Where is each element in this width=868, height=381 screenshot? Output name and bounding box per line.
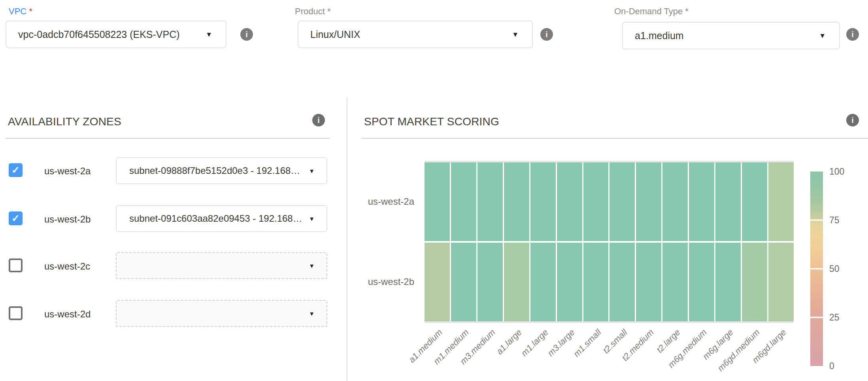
az-checkbox-us-west-2a[interactable]: ✓ [9,163,23,177]
legend-gap [810,317,823,318]
heatmap-cell [425,162,450,241]
legend-gap [810,268,823,270]
chevron-down-icon: ▼ [309,311,315,317]
subnet-select-us-west-2b[interactable]: subnet-091c603aa82e09453 - 192.168… ▼ [116,205,327,232]
az-zone-label: us-west-2b [44,214,91,225]
vpc-label-text: VPC [9,6,26,16]
availability-zones-info-icon[interactable]: i [312,114,325,126]
az-zone-label: us-west-2a [44,166,91,177]
spot-market-scoring-info-icon[interactable]: i [846,114,859,126]
vpc-label: VPC * [9,6,32,17]
vpc-select[interactable]: vpc-0adcb70f645508223 (EKS-VPC) ▼ [6,21,226,48]
heatmap-cell [425,243,450,321]
heatmap-cell [583,162,609,241]
heatmap-cell [768,243,794,321]
heatmap-cell [557,162,582,241]
heatmap-cell [768,162,794,241]
legend-tick-label: 100 [829,166,844,177]
panel-divider [347,97,347,381]
heatmap-cell [451,243,476,321]
heatmap-y-label: us-west-2a [335,196,414,207]
heatmap-cell [715,243,741,321]
heatmap-cell [715,162,741,241]
heatmap-cell [689,243,714,321]
chevron-down-icon: ▼ [309,216,315,222]
az-zone-label: us-west-2c [44,261,90,272]
product-info-icon[interactable]: i [540,28,553,41]
subnet-select-us-west-2c: ▼ [116,252,327,279]
product-label: Product * [295,6,331,17]
legend-tick-label: 75 [829,215,840,225]
az-checkbox-us-west-2c[interactable] [9,258,23,272]
heatmap-cell [742,243,767,321]
legend-gap [810,219,823,221]
subnet-select-value: subnet-091c603aa82e09453 - 192.168… [129,213,302,224]
on-demand-type-select[interactable]: a1.medium ▼ [622,22,840,49]
availability-zones-divider [6,138,330,139]
heatmap-cell [689,162,714,241]
vpc-required-asterisk: * [29,6,32,16]
heatmap-cell [477,243,503,321]
vpc-select-value: vpc-0adcb70f645508223 (EKS-VPC) [18,29,180,40]
heatmap-cell [742,162,767,241]
subnet-select-us-west-2a[interactable]: subnet-09888f7be5152d0e3 - 192.168… ▼ [116,157,327,184]
heatmap-cell [530,243,556,321]
heatmap-cell [451,162,476,241]
subnet-select-value: subnet-09888f7be5152d0e3 - 192.168… [129,165,300,176]
heatmap-cell [636,162,661,241]
heatmap-cell [609,243,635,321]
az-zone-label: us-west-2d [44,309,91,320]
heatmap-cell [583,243,609,321]
heatmap-y-label: us-west-2b [335,276,414,287]
legend-tick-label: 50 [829,264,840,274]
legend-tick-label: 0 [829,361,834,371]
chevron-down-icon: ▼ [819,32,826,39]
subnet-select-us-west-2d: ▼ [116,300,327,327]
on-demand-type-info-icon[interactable]: i [846,28,859,41]
on-demand-type-select-value: a1.medium [635,30,684,41]
spot-market-scoring-divider [361,138,868,139]
legend-tick-label: 25 [829,312,840,323]
heatmap-cell [662,243,688,321]
heatmap-cell [504,243,529,321]
vpc-info-icon[interactable]: i [240,28,253,41]
availability-zones-title: AVAILABILITY ZONES [8,115,121,128]
chevron-down-icon: ▼ [512,31,519,38]
heatmap-cell [662,162,688,241]
heatmap-cell [477,162,503,241]
product-select-value: Linux/UNIX [310,29,360,40]
chevron-down-icon: ▼ [309,168,315,174]
heatmap-cell [557,243,582,321]
on-demand-type-label: On-Demand Type * [614,6,689,17]
az-checkbox-us-west-2d[interactable] [9,306,23,320]
az-checkbox-us-west-2b[interactable]: ✓ [9,211,23,225]
spot-configuration-page: VPC * vpc-0adcb70f645508223 (EKS-VPC) ▼ … [0,0,868,381]
heatmap-cell [636,243,661,321]
heatmap-x-label: a1.medium [381,327,445,381]
product-select[interactable]: Linux/UNIX ▼ [298,21,533,48]
chevron-down-icon: ▼ [206,31,212,38]
heatmap-cell [609,162,635,241]
spot-market-scoring-title: SPOT MARKET SCORING [364,115,499,128]
heatmap-cell [530,162,556,241]
heatmap-grid [425,161,794,323]
chevron-down-icon: ▼ [309,263,315,269]
heatmap-cell [504,162,529,241]
